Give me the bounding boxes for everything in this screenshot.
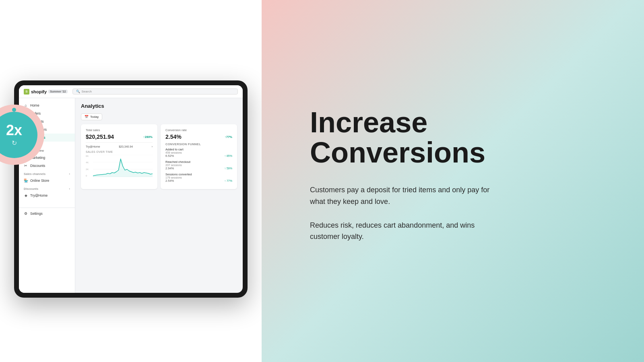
shopify-header: S shopify Summer '22 🔍 Search: [19, 85, 243, 98]
apps-label: Discounts: [24, 187, 38, 191]
search-placeholder: Search: [82, 90, 92, 93]
funnel-rate-row-2: 2.54% ↑ 77%: [165, 179, 232, 183]
chart-label: SALES OVER TIME: [86, 150, 153, 153]
circle-outer: 2x ↻: [0, 105, 44, 165]
total-sales-badge: ↑280%: [143, 135, 153, 139]
funnel-title-0: Added to cart: [165, 148, 232, 151]
headline-line2: Conversions: [310, 138, 612, 168]
analytics-cards: Total sales $20,251.94 ↑280% Try@Home $2…: [81, 124, 237, 189]
total-sales-number: $20,251.94: [86, 134, 114, 140]
circle-inner: 2x ↻: [0, 112, 37, 158]
y-label-0: 0: [86, 175, 91, 177]
description-1: Customers pay a deposit for tried items …: [310, 184, 503, 208]
store-badge: Summer '22: [48, 90, 67, 93]
settings-icon: ⚙: [24, 212, 28, 216]
tryhome-icon: ◈: [24, 193, 28, 197]
funnel-row-2: Sessions converted 179 sessions 2.54% ↑ …: [165, 173, 232, 183]
shopify-body: ⌂ Home ▦ Orders ◈ Products ◉: [19, 98, 243, 293]
funnel-change-1: ↑ 59%: [225, 167, 232, 170]
sidebar-item-onlinestore[interactable]: 🏪 Online Store: [19, 177, 75, 185]
sales-chart: [93, 155, 153, 177]
right-panel: Increase Conversions Customers pay a dep…: [262, 0, 644, 362]
sidebar-label-tryhome: Try@Home: [30, 193, 47, 197]
circle-number: 2x: [6, 123, 22, 138]
y-label-2k: 2K: [86, 168, 91, 171]
conversion-badge: ↑77%: [225, 135, 232, 139]
tablet-screen: S shopify Summer '22 🔍 Search ⌂ Hom: [19, 85, 243, 293]
left-panel: 2x ↻ S shopify Summer '22 🔍 Search: [0, 0, 262, 362]
funnel-rate-2: 2.54%: [165, 179, 174, 183]
conversion-number: 2.54%: [165, 134, 182, 140]
y-label-4k: 4K: [86, 161, 91, 164]
sidebar-item-tryhome[interactable]: ◈ Try@Home: [19, 191, 75, 200]
conversion-value: 2.54% ↑77%: [165, 134, 232, 140]
headline: Increase Conversions: [310, 107, 612, 168]
chart-y-labels: 6K 4K 2K 0: [86, 155, 91, 177]
shopify-wordmark: shopify: [31, 89, 47, 94]
funnel-rate-1: 2.94%: [165, 167, 174, 170]
circle-dot: [12, 108, 16, 112]
funnel-label: CONVERSION FUNNEL: [165, 142, 232, 146]
sidebar-section-apps: Discounts ›: [19, 185, 75, 191]
total-sales-value: $20,251.94 ↑280%: [86, 134, 153, 140]
tryhome-label: Try@Home: [86, 145, 100, 148]
main-analytics: Analytics 📅 Today Total sales $20,251.94: [75, 98, 243, 293]
chart-area: SALES OVER TIME 6K 4K 2K 0: [86, 150, 153, 177]
funnel-title-2: Sessions converted: [165, 173, 232, 176]
tryhome-arrow: ›: [152, 145, 153, 148]
apps-expand[interactable]: ›: [69, 187, 70, 191]
circle-refresh-icon: ↻: [12, 139, 17, 147]
sidebar-item-settings[interactable]: ⚙ Settings: [19, 210, 75, 218]
shopify-logo: S shopify Summer '22: [24, 89, 68, 95]
date-button[interactable]: 📅 Today: [81, 113, 102, 120]
sidebar-section-sales: Sales channels ›: [19, 170, 75, 177]
total-sales-card: Total sales $20,251.94 ↑280% Try@Home $2…: [81, 124, 157, 189]
y-label-6k: 6K: [86, 155, 91, 157]
total-sales-label: Total sales: [86, 128, 153, 132]
funnel-sessions-0: 459 sessions: [165, 151, 232, 154]
sales-channels-expand[interactable]: ›: [69, 172, 70, 176]
description-2: Reduces risk, reduces cart abandonment, …: [310, 220, 503, 243]
store-icon: 🏪: [24, 179, 28, 183]
funnel-sessions-2: 179 sessions: [165, 176, 232, 179]
funnel-rate-row-1: 2.94% ↑ 59%: [165, 167, 232, 170]
circle-graphic: 2x ↻: [0, 105, 44, 165]
shopify-logo-icon: S: [24, 89, 29, 95]
date-label: Today: [90, 115, 99, 119]
funnel-row-1: Reached checkout 207 sessions 2.94% ↑ 59…: [165, 160, 232, 170]
conversion-label: Conversion rate: [165, 128, 232, 132]
funnel-row-0: Added to cart 459 sessions 6.52% ↑ 85%: [165, 148, 232, 158]
conversion-rate-card: Conversion rate 2.54% ↑77% CONVERSION FU…: [161, 124, 237, 189]
sales-channels-label: Sales channels: [24, 172, 45, 176]
sidebar-label-onlinestore: Online Store: [30, 179, 49, 183]
funnel-title-1: Reached checkout: [165, 160, 232, 164]
page-title: Analytics: [81, 103, 237, 109]
funnel-sessions-1: 207 sessions: [165, 164, 232, 167]
search-icon: 🔍: [76, 90, 80, 93]
headline-line1: Increase: [310, 107, 612, 138]
tryhome-value: $20,340.94: [119, 145, 133, 148]
funnel-change-0: ↑ 85%: [225, 154, 232, 157]
sidebar-label-settings: Settings: [30, 212, 43, 216]
funnel-rate-row-0: 6.52% ↑ 85%: [165, 154, 232, 158]
funnel-rate-0: 6.52%: [165, 154, 174, 158]
search-bar[interactable]: 🔍 Search: [72, 88, 238, 95]
tablet-device: S shopify Summer '22 🔍 Search ⌂ Hom: [14, 80, 248, 298]
total-sales-sub: Try@Home $20,340.94 ›: [86, 145, 153, 148]
calendar-icon: 📅: [85, 115, 89, 119]
chart-container: [93, 155, 153, 177]
funnel-change-2: ↑ 77%: [225, 179, 232, 182]
tablet-wrapper: 2x ↻ S shopify Summer '22 🔍 Search: [14, 64, 248, 298]
